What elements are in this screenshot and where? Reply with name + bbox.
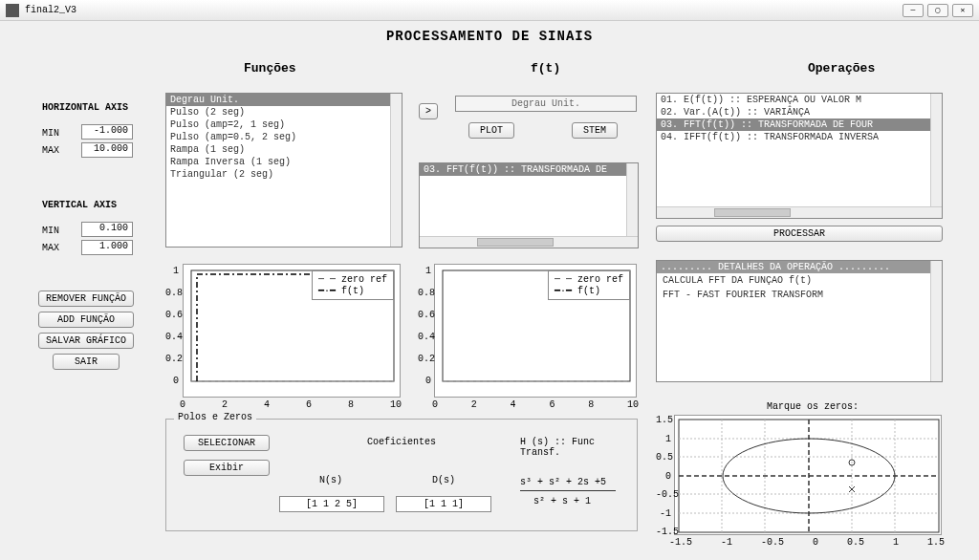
vaxis-min-label: MIN bbox=[42, 226, 59, 236]
ns-label: N(s) bbox=[319, 475, 342, 485]
remover-funcao-button[interactable]: REMOVER FUNÇÃO bbox=[38, 291, 134, 307]
plot2-yticks: 10.80.60.40.20 bbox=[418, 260, 431, 392]
scrollbar-h[interactable] bbox=[420, 236, 638, 248]
list-item[interactable]: Pulso (2 seg) bbox=[166, 106, 402, 118]
ft-selection-listbox[interactable]: 03. FFT(f(t)) :: TRANSFORMADA DE bbox=[419, 162, 639, 248]
stem-button[interactable]: STEM bbox=[572, 122, 618, 139]
ns-input[interactable]: [1 1 2 5] bbox=[279, 496, 384, 512]
sair-button[interactable]: SAIR bbox=[53, 354, 120, 370]
scrollbar-v[interactable] bbox=[626, 163, 638, 248]
plot1-xticks: 0246810 bbox=[180, 399, 402, 410]
page-title: PROCESSAMENTO DE SINAIS bbox=[0, 29, 979, 44]
haxis-min-input[interactable]: -1.000 bbox=[81, 124, 133, 140]
plot-button[interactable]: PLOT bbox=[468, 122, 514, 139]
minimize-button[interactable]: ─ bbox=[903, 4, 924, 17]
list-item[interactable]: Triangular (2 seg) bbox=[166, 168, 402, 181]
polos-zeros-panel: Polos e Zeros SELECIONAR Exibir Coeficie… bbox=[165, 419, 638, 531]
details-line: FFT - FAST FOURIER TRANSFORM bbox=[657, 288, 942, 302]
list-item[interactable]: 01. E(f(t)) :: ESPERANÇA OU VALOR M bbox=[657, 94, 942, 106]
hs-denominator: s² + s + 1 bbox=[533, 496, 591, 506]
coeficientes-label: Coeficientes bbox=[367, 437, 436, 447]
list-item[interactable]: 02. Var.(A(t)) :: VARIÂNÇA bbox=[657, 106, 942, 118]
ft-display: Degrau Unit. bbox=[455, 96, 637, 112]
vaxis-max-label: MAX bbox=[42, 243, 59, 253]
operacoes-listbox[interactable]: 01. E(f(t)) :: ESPERANÇA OU VALOR M 02. … bbox=[656, 93, 943, 219]
maximize-button[interactable]: ▢ bbox=[927, 4, 948, 17]
col-header-funcoes: Funções bbox=[244, 61, 296, 75]
plot-zeros[interactable] bbox=[674, 415, 942, 535]
zeros-yticks: 1.510.50-0.5-1-1.5 bbox=[656, 411, 671, 542]
polos-zeros-legend: Polos e Zeros bbox=[174, 412, 256, 422]
list-item[interactable]: Pulso (amp=0.5, 2 seg) bbox=[166, 131, 402, 143]
scrollbar-v[interactable] bbox=[390, 94, 402, 247]
close-button[interactable]: ✕ bbox=[952, 4, 973, 17]
window-titlebar: final2_V3 ─ ▢ ✕ bbox=[0, 0, 979, 21]
list-item[interactable]: Rampa Inversa (1 seg) bbox=[166, 156, 402, 168]
ds-input[interactable]: [1 1 1] bbox=[396, 496, 491, 512]
zeros-xticks: -1.5-1-0.500.511.5 bbox=[669, 537, 945, 548]
zeros-title: Marque os zeros: bbox=[755, 401, 870, 412]
haxis-min-label: MIN bbox=[42, 128, 59, 139]
plot2-xticks: 0246810 bbox=[432, 399, 639, 410]
scrollbar-v[interactable] bbox=[930, 261, 942, 381]
selecionar-button[interactable]: SELECIONAR bbox=[184, 435, 270, 451]
arrow-button[interactable]: > bbox=[419, 103, 438, 119]
col-header-ft: f(t) bbox=[531, 61, 560, 75]
plot1-yticks: 10.80.60.40.20 bbox=[165, 260, 179, 392]
vaxis-label: VERTICAL AXIS bbox=[42, 200, 117, 210]
scrollbar-v[interactable] bbox=[930, 94, 942, 218]
plot-funcoes: ─ ─ zero ref ━·━ f(t) bbox=[183, 264, 401, 398]
col-header-operacoes: Operações bbox=[808, 61, 875, 75]
ds-label: D(s) bbox=[432, 475, 455, 485]
list-item[interactable]: 03. FFT(f(t)) :: TRANSFORMADA DE bbox=[420, 163, 638, 176]
details-line: CALCULA FFT DA FUNÇAO f(t) bbox=[657, 273, 942, 288]
vaxis-max-input[interactable]: 1.000 bbox=[81, 240, 133, 255]
haxis-max-label: MAX bbox=[42, 145, 59, 156]
list-item[interactable]: 03. FFT(f(t)) :: TRANSFORMADA DE FOUR bbox=[657, 118, 942, 131]
list-item[interactable]: 04. IFFT(f(t)) :: TRANSFORMADA INVERSA bbox=[657, 131, 942, 143]
funcoes-listbox[interactable]: Degrau Unit. Pulso (2 seg) Pulso (amp=2,… bbox=[165, 93, 402, 248]
haxis-max-input[interactable]: 10.000 bbox=[81, 142, 133, 158]
list-item[interactable]: Rampa (1 seg) bbox=[166, 143, 402, 156]
list-item[interactable]: Degrau Unit. bbox=[166, 94, 402, 106]
plot-legend: ─ ─ zero ref ━·━ f(t) bbox=[548, 270, 630, 300]
window-title: final2_V3 bbox=[25, 5, 903, 15]
exibir-button[interactable]: Exibir bbox=[184, 460, 270, 476]
plot-ft: ─ ─ zero ref ━·━ f(t) bbox=[434, 264, 637, 398]
hs-label: H (s) :: Func Transf. bbox=[520, 437, 637, 458]
haxis-label: HORIZONTAL AXIS bbox=[42, 102, 128, 113]
hs-numerator: s³ + s² + 2s +5 bbox=[520, 477, 606, 487]
app-icon bbox=[6, 4, 19, 17]
details-header: ......... DETALHES DA OPERAÇÃO ......... bbox=[657, 261, 942, 273]
details-box: ......... DETALHES DA OPERAÇÃO .........… bbox=[656, 260, 943, 382]
scrollbar-h[interactable] bbox=[657, 206, 942, 218]
vaxis-min-input[interactable]: 0.100 bbox=[81, 222, 133, 237]
add-funcao-button[interactable]: ADD FUNÇÃO bbox=[38, 312, 134, 328]
plot-legend: ─ ─ zero ref ━·━ f(t) bbox=[312, 270, 394, 300]
list-item[interactable]: Pulso (amp=2, 1 seg) bbox=[166, 118, 402, 131]
salvar-grafico-button[interactable]: SALVAR GRÁFICO bbox=[38, 333, 134, 349]
processar-button[interactable]: PROCESSAR bbox=[656, 226, 943, 242]
